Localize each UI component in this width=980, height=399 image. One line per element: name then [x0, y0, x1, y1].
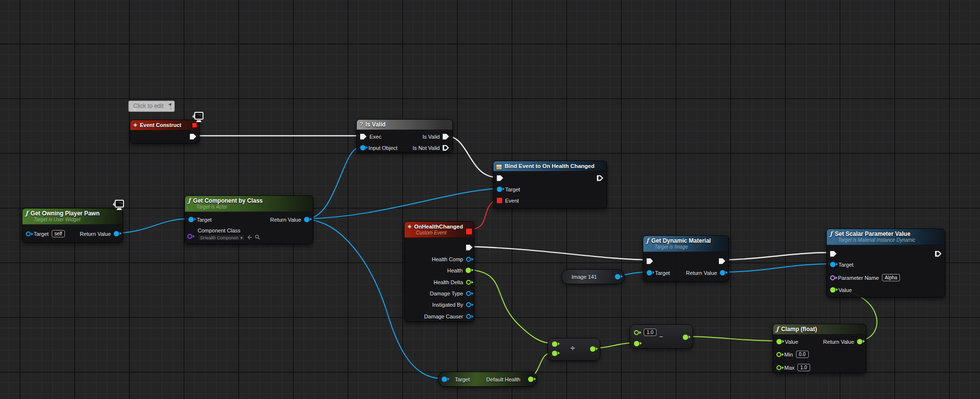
pin-value[interactable]: Value [776, 338, 798, 345]
node-title: OnHealthChanged [408, 223, 470, 230]
default-health-label: Default Health [486, 377, 520, 382]
node-divide[interactable]: ÷ [548, 338, 600, 361]
pin-health[interactable]: Health [447, 267, 471, 274]
node-subtitle: Target is Material Instance Dynamic [838, 237, 941, 243]
node-header: ? Is Valid [357, 120, 452, 130]
debug-monitor-icon [190, 111, 204, 126]
node-event-construct[interactable]: ◈ Event Construct [130, 120, 200, 144]
node-subtitle: Target is Image [654, 244, 725, 250]
node-comment-bubble[interactable]: Click to edit ➤ ≡ [128, 101, 175, 112]
pin-divisor[interactable] [552, 351, 557, 356]
debug-monitor-icon [111, 199, 124, 214]
pin-return-value[interactable]: Return Value [270, 216, 309, 223]
pin-event-delegate[interactable]: Event [497, 197, 519, 204]
pin-return-value[interactable]: Return Value [823, 338, 862, 345]
node-image-141-variable[interactable]: Image 141 [561, 269, 625, 284]
pin-result[interactable] [590, 346, 595, 352]
node-title: Set Scalar Parameter Value [830, 231, 941, 237]
divide-icon: ÷ [571, 344, 575, 353]
node-subtract[interactable]: 1.0 – [630, 324, 693, 349]
node-get-owning-player-pawn[interactable]: ƒ Get Owning Player Pawn Target is User … [22, 208, 123, 243]
node-header: ƒ Clamp (float) [773, 324, 866, 335]
parameter-name-value-box[interactable]: Alpha [882, 274, 900, 281]
node-clamp-float[interactable]: ƒ Clamp (float) Value Return Value Min0.… [773, 324, 866, 373]
pin-health-delta[interactable]: Health Delta [433, 278, 471, 286]
pin-output[interactable] [615, 274, 620, 279]
pin-target[interactable]: Targetself [26, 230, 65, 237]
pin-damage-causer[interactable]: Damage Causer [424, 313, 471, 320]
node-bind-event[interactable]: Bind Event to On Health Changed Target E… [493, 161, 607, 209]
wire-obj-component-bindtarget [306, 189, 497, 219]
pin-result[interactable] [683, 335, 688, 340]
pin-minuend[interactable] [634, 330, 639, 335]
node-title: Get Dynamic Material [646, 237, 725, 244]
node-on-health-changed[interactable]: ◈ OnHealthChanged Custom Event Health Co… [404, 221, 474, 322]
browse-asset-icon[interactable] [255, 234, 260, 241]
node-header: ƒ Get Component by Class Target is Actor [185, 196, 313, 212]
pin-target[interactable]: Target [647, 269, 670, 276]
max-value-box[interactable]: 1.0 [797, 364, 810, 371]
exec-out-is-not-valid[interactable]: Is Not Valid [413, 144, 449, 151]
pin-output[interactable] [528, 377, 533, 382]
exec-out-pin[interactable] [935, 250, 941, 257]
exec-out-is-valid[interactable]: Is Valid [423, 133, 449, 140]
exec-out-pin[interactable] [597, 174, 603, 182]
exec-in-pin[interactable] [830, 250, 837, 257]
delegate-pin[interactable] [466, 228, 472, 235]
comment-text: Click to edit [133, 103, 163, 109]
node-get-default-health[interactable]: Target Default Health [438, 372, 537, 387]
pin-dividend[interactable] [552, 341, 557, 347]
pin-min[interactable]: Min0.0 [776, 351, 809, 358]
node-get-dynamic-material[interactable]: ƒ Get Dynamic Material Target is Image T… [643, 235, 729, 282]
node-header: ◈ OnHealthChanged Custom Event [405, 222, 474, 238]
wire-obj-component-isvalid [306, 147, 361, 219]
function-icon: ƒ [25, 210, 28, 217]
min-value-box[interactable]: 0.0 [796, 351, 809, 358]
node-subtitle: Target is Actor [196, 204, 309, 210]
node-set-scalar-parameter-value[interactable]: ƒ Set Scalar Parameter Value Target is M… [826, 229, 945, 297]
wire-obj-pawn-target [117, 219, 188, 233]
node-subtitle: Custom Event [416, 230, 470, 236]
minuend-value-box[interactable]: 1.0 [644, 329, 656, 336]
pin-value[interactable]: Value [830, 286, 852, 294]
use-asset-icon[interactable] [247, 235, 253, 241]
exec-in-pin[interactable]: Exec [360, 133, 381, 140]
function-icon: ƒ [188, 197, 191, 204]
blueprint-graph-canvas[interactable]: Click to edit ➤ ≡ ◈ Event Construct ? Is… [0, 0, 980, 399]
node-header: ƒ Get Dynamic Material Target is Image [643, 236, 729, 252]
node-get-component-by-class[interactable]: ƒ Get Component by Class Target is Actor… [184, 195, 313, 244]
component-class-dropdown[interactable]: SHealth Componen▾ [198, 234, 245, 241]
pin-target[interactable]: Target [497, 186, 520, 193]
pin-return-value[interactable]: Return Value [80, 230, 119, 237]
target-value-box[interactable]: self [52, 230, 65, 237]
pin-target[interactable]: Target [188, 216, 212, 223]
exec-out-pin[interactable] [719, 257, 725, 265]
node-header: ◈ Event Construct [130, 120, 199, 130]
pin-parameter-name[interactable]: Parameter NameAlpha [830, 274, 900, 281]
function-icon: ƒ [830, 230, 833, 237]
pin-health-comp[interactable]: Health Comp [432, 255, 471, 263]
target-label: Target [455, 377, 470, 382]
component-class-row: SHealth Componen▾ [198, 234, 260, 241]
pin-target[interactable]: Target [830, 261, 854, 268]
comment-grip-icon: ≡ [170, 107, 172, 110]
exec-in-pin[interactable] [647, 257, 653, 265]
pin-component-class[interactable] [187, 232, 192, 240]
function-icon: ƒ [646, 237, 649, 244]
pin-input-object[interactable]: Input Object [360, 144, 397, 151]
pin-target[interactable] [442, 377, 447, 382]
pin-return-value[interactable]: Return Value [686, 269, 725, 276]
pin-instigated-by[interactable]: Instigated By [432, 301, 471, 308]
node-header: Bind Event to On Health Changed [493, 161, 607, 171]
node-title: Get Component by Class [188, 197, 309, 204]
node-title: Bind Event to On Health Changed [496, 163, 603, 169]
pin-damage-type[interactable]: Damage Type [430, 290, 471, 297]
event-icon: ◈ [133, 122, 137, 128]
exec-out-pin[interactable] [466, 244, 472, 251]
node-is-valid[interactable]: ? Is Valid Exec Input Object Is Valid Is… [356, 119, 453, 152]
pin-max[interactable]: Max1.0 [776, 364, 810, 371]
exec-out-pin[interactable] [190, 133, 196, 140]
exec-in-pin[interactable] [497, 174, 503, 182]
pin-subtrahend[interactable] [634, 341, 639, 346]
subtract-icon: – [659, 333, 663, 340]
